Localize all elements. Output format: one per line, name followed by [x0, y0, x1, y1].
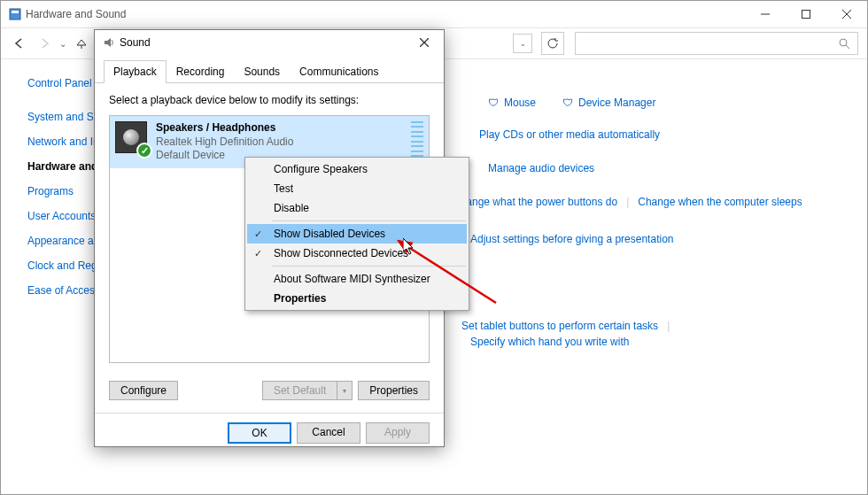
cancel-button[interactable]: Cancel — [297, 422, 360, 444]
recent-dropdown[interactable]: ⌄ — [59, 39, 66, 49]
list-button-row: Configure Set Default ▾ Properties — [95, 374, 444, 413]
sound-icon — [102, 35, 116, 50]
forward-button[interactable] — [35, 34, 54, 53]
svg-point-6 — [840, 39, 847, 46]
check-icon: ✓ — [254, 228, 262, 240]
dialog-bottom-row: OK Cancel Apply — [95, 413, 444, 452]
minimize-button[interactable] — [745, 1, 786, 27]
link-sleep[interactable]: Change when the computer sleeps — [638, 196, 802, 208]
ctx-properties[interactable]: Properties — [247, 289, 467, 308]
link-autoplay[interactable]: Play Play CDs or other media automatical… — [479, 128, 660, 141]
tab-recording[interactable]: Recording — [167, 60, 235, 83]
shield-icon: 🛡 — [562, 97, 573, 109]
apply-button[interactable]: Apply — [366, 422, 430, 444]
ctx-about-midi[interactable]: About Software MIDI Synthesizer — [247, 269, 467, 289]
device-driver: Realtek High Definition Audio — [156, 135, 402, 150]
dialog-close-button[interactable] — [412, 30, 437, 55]
up-button[interactable] — [72, 34, 91, 53]
link-tablet-buttons[interactable]: Set tablet buttons to perform certain ta… — [461, 320, 658, 332]
refresh-button[interactable] — [541, 32, 564, 55]
dialog-titlebar: Sound — [95, 30, 444, 55]
back-button[interactable] — [10, 34, 29, 53]
window-title: Hardware and Sound — [22, 8, 745, 20]
ctx-show-disabled[interactable]: ✓Show Disabled Devices — [247, 224, 467, 244]
svg-line-7 — [846, 45, 849, 49]
window-buttons — [745, 1, 867, 27]
dialog-title: Sound — [116, 36, 412, 49]
ctx-separator — [272, 220, 466, 221]
tab-sounds[interactable]: Sounds — [234, 60, 290, 83]
search-icon — [838, 37, 850, 50]
shield-icon: 🛡 — [488, 97, 499, 109]
cursor-icon — [403, 238, 417, 256]
ctx-configure-speakers[interactable]: Configure Speakers — [247, 159, 467, 179]
ok-button[interactable]: OK — [228, 422, 291, 444]
configure-button[interactable]: Configure — [109, 381, 178, 400]
svg-rect-3 — [802, 11, 810, 19]
default-check-icon: ✓ — [136, 143, 152, 159]
check-icon: ✓ — [254, 248, 262, 259]
set-default-button[interactable]: Set Default ▾ — [262, 381, 353, 400]
maximize-button[interactable] — [786, 1, 826, 27]
context-menu: Configure Speakers Test Disable ✓Show Di… — [244, 157, 469, 311]
titlebar: Hardware and Sound — [1, 1, 867, 27]
chevron-down-icon[interactable]: ▾ — [337, 381, 353, 400]
properties-button[interactable]: Properties — [358, 381, 430, 400]
search-input[interactable] — [575, 32, 858, 55]
svg-rect-1 — [12, 11, 19, 13]
device-name: Speakers / Headphones — [156, 121, 402, 135]
ctx-disable[interactable]: Disable — [247, 198, 467, 218]
link-presentation[interactable]: Adjust settings before giving a presenta… — [470, 233, 673, 245]
link-manage-audio[interactable]: Manage audio devices — [488, 162, 594, 174]
svg-rect-0 — [10, 9, 20, 19]
ctx-separator — [272, 266, 466, 267]
tab-communications[interactable]: Communications — [290, 60, 388, 83]
ctx-test[interactable]: Test — [247, 179, 467, 198]
tabs: Playback Recording Sounds Communications — [95, 55, 444, 83]
link-handedness[interactable]: Specify which hand you write with — [470, 336, 629, 348]
close-button[interactable] — [826, 1, 867, 27]
link-mouse[interactable]: 🛡Mouse — [488, 97, 536, 109]
instruction-text: Select a playback device below to modify… — [109, 94, 430, 106]
level-meter — [411, 121, 423, 157]
ctx-show-disconnected[interactable]: ✓Show Disconnected Devices — [247, 244, 467, 263]
control-panel-icon — [8, 7, 22, 21]
link-power-buttons[interactable]: Change what the power buttons do — [453, 196, 617, 208]
address-dropdown[interactable]: ⌄ — [513, 34, 532, 53]
link-device-manager[interactable]: 🛡Device Manager — [562, 97, 655, 109]
tab-playback[interactable]: Playback — [104, 60, 167, 83]
